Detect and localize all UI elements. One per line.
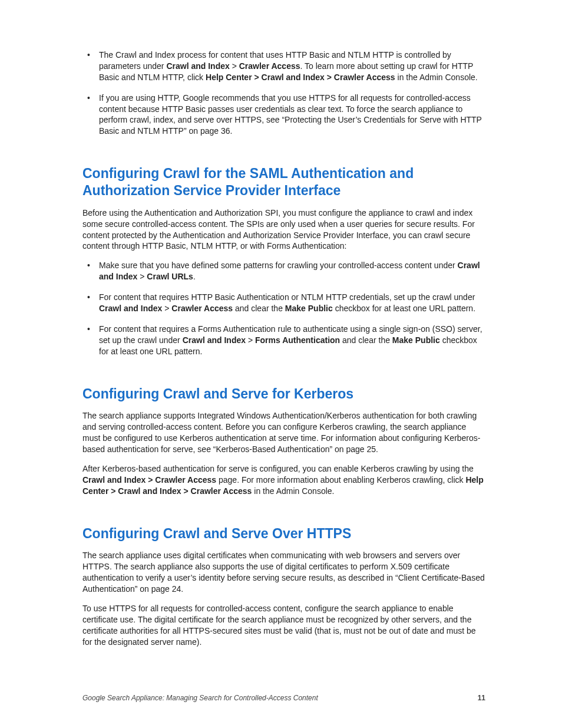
bold-text: Forms Authentication — [255, 335, 340, 345]
list-item: For content that requires a Forms Authen… — [82, 324, 485, 357]
bold-text: Crawl and Index — [166, 61, 229, 71]
body-text: in the Admin Console. — [252, 486, 334, 496]
bold-text: Crawler Access — [239, 61, 300, 71]
bold-text: Crawl URLs — [147, 272, 193, 281]
body-text: After Kerberos-based authentication for … — [82, 464, 474, 473]
body-text: > — [137, 272, 147, 281]
body-text: > — [246, 335, 255, 345]
body-text: checkbox for at least one URL pattern. — [333, 304, 475, 313]
section-heading-saml: Configuring Crawl for the SAML Authentic… — [82, 165, 485, 199]
footer-page-number: 11 — [478, 694, 485, 702]
body-paragraph: Before using the Authentication and Auth… — [82, 207, 485, 252]
footer-title: Google Search Appliance: Managing Search… — [82, 694, 318, 702]
body-text: If you are using HTTP, Google recommends… — [99, 93, 482, 136]
saml-bullet-list: Make sure that you have defined some pat… — [82, 260, 485, 357]
document-page: The Crawl and Index process for content … — [0, 0, 562, 728]
section-heading-https: Configuring Crawl and Serve Over HTTPS — [82, 525, 485, 542]
page-footer: Google Search Appliance: Managing Search… — [82, 694, 485, 702]
body-paragraph: To use HTTPS for all requests for contro… — [82, 603, 485, 648]
bold-text: Make Public — [392, 335, 440, 345]
body-text: and clear the — [340, 335, 392, 345]
body-text: . — [193, 272, 196, 281]
body-paragraph: The search appliance uses digital certif… — [82, 550, 485, 595]
section-heading-kerberos: Configuring Crawl and Serve for Kerberos — [82, 386, 485, 403]
list-item: Make sure that you have defined some pat… — [82, 260, 485, 282]
body-text: > — [162, 304, 171, 313]
bold-text: Crawl and Index — [99, 304, 162, 313]
body-text: > — [230, 61, 239, 71]
bold-text: Crawl and Index — [183, 335, 246, 345]
body-text: and clear the — [233, 304, 285, 313]
bold-text: Help Center > Crawl and Index > Crawler … — [206, 73, 395, 82]
body-text: page. For more information about enablin… — [216, 475, 465, 485]
list-item: For content that requires HTTP Basic Aut… — [82, 292, 485, 314]
body-paragraph: After Kerberos-based authentication for … — [82, 463, 485, 497]
intro-bullet-list: The Crawl and Index process for content … — [82, 50, 485, 137]
body-text: For content that requires HTTP Basic Aut… — [99, 292, 475, 302]
body-paragraph: The search appliance supports Integrated… — [82, 410, 485, 455]
body-text: Make sure that you have defined some pat… — [99, 261, 458, 270]
bold-text: Crawl and Index > Crawler Access — [82, 475, 216, 485]
bold-text: Crawler Access — [171, 304, 233, 313]
bold-text: Make Public — [285, 304, 333, 313]
list-item: If you are using HTTP, Google recommends… — [82, 93, 485, 137]
list-item: The Crawl and Index process for content … — [82, 50, 485, 83]
body-text: in the Admin Console. — [395, 73, 478, 82]
